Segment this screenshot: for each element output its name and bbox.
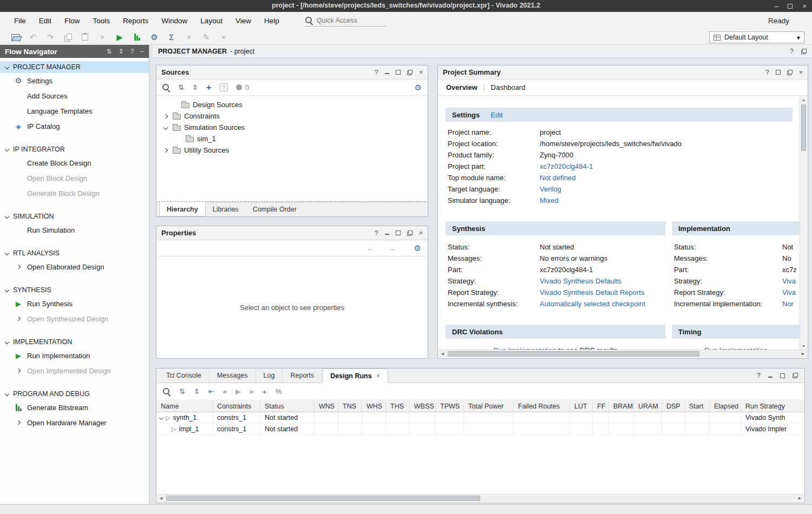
collapse-all-icon[interactable]: ⇅ <box>178 83 184 91</box>
minimize-icon[interactable] <box>768 374 772 378</box>
col-bram[interactable]: BRAM <box>609 401 634 412</box>
float-icon[interactable] <box>407 70 412 75</box>
fn-item-create-block-design[interactable]: Create Block Design <box>0 155 149 170</box>
launch-runs-icon[interactable]: ▶ <box>235 387 241 396</box>
help-icon[interactable]: ? <box>375 229 378 237</box>
discard-icon[interactable]: × <box>215 31 232 44</box>
tab-tcl-console[interactable]: Tcl Console <box>159 368 209 383</box>
quick-access-search[interactable] <box>304 15 387 27</box>
scroll-left-button[interactable]: ◀ <box>157 495 165 502</box>
help-icon[interactable]: ? <box>757 372 761 379</box>
fn-section-synthesis[interactable]: SYNTHESIS <box>0 284 149 296</box>
col-ths[interactable]: THS <box>386 401 410 412</box>
vertical-scrollbar[interactable]: ▲ ▼ <box>800 96 807 350</box>
fn-section-rtl-analysis[interactable]: RTL ANALYSIS <box>0 247 149 259</box>
fn-item-settings[interactable]: ⚙ Settings <box>0 73 149 88</box>
chevron-down-icon[interactable] <box>163 125 168 129</box>
fn-item-open-synthesized-design[interactable]: Open Synthesized Design <box>0 311 149 326</box>
tab-compile-order[interactable]: Compile Order <box>246 202 304 216</box>
maximize-icon[interactable] <box>776 70 781 75</box>
create-run-icon[interactable]: + <box>262 387 267 396</box>
search-icon[interactable] <box>162 84 170 91</box>
close-icon[interactable]: × <box>419 69 423 76</box>
fn-item-ip-catalog[interactable]: ◈ IP Catalog <box>0 118 149 134</box>
add-sources-icon[interactable]: + <box>206 82 212 93</box>
reset-runs-icon[interactable]: ⇤ <box>208 387 214 396</box>
help-icon[interactable]: ? <box>765 69 769 76</box>
menu-layout[interactable]: Layout <box>194 17 229 25</box>
menu-tools[interactable]: Tools <box>87 17 117 25</box>
close-window-icon[interactable]: × <box>802 2 807 10</box>
row-value-link[interactable]: Viva <box>782 288 796 296</box>
menu-flow[interactable]: Flow <box>58 17 87 25</box>
fn-item-add-sources[interactable]: Add Sources <box>0 88 149 103</box>
tab-hierarchy[interactable]: Hierarchy <box>159 202 206 216</box>
col-whs[interactable]: WHS <box>362 401 386 412</box>
expand-all-icon[interactable]: ⇕ <box>192 83 198 91</box>
menu-window[interactable]: Window <box>155 17 194 25</box>
collapse-all-icon[interactable]: ⇅ <box>179 387 185 396</box>
scrollbar-thumb[interactable] <box>166 496 480 501</box>
report-sigma-icon[interactable]: Σ <box>163 31 180 44</box>
expander-icon[interactable] <box>159 416 163 420</box>
scrollbar-thumb[interactable] <box>801 104 806 151</box>
float-icon[interactable] <box>801 49 807 54</box>
row-value-link[interactable]: Automatically selected checkpoint <box>540 300 645 308</box>
maximize-icon[interactable] <box>396 70 401 75</box>
fn-minimize-icon[interactable]: – <box>140 48 144 55</box>
col-failed-routes[interactable]: Failed Routes <box>514 401 570 412</box>
tree-item-sim-1[interactable]: sim_1 <box>156 133 428 144</box>
float-icon[interactable] <box>793 373 798 378</box>
cancel-icon[interactable]: × <box>181 31 197 44</box>
chevron-right-icon[interactable] <box>163 114 168 118</box>
menu-view[interactable]: View <box>229 17 258 25</box>
tree-item-design-sources[interactable]: Design Sources <box>156 99 428 110</box>
minimize-icon[interactable] <box>385 231 389 235</box>
scroll-right-button[interactable]: ▶ <box>796 495 804 502</box>
float-icon[interactable] <box>407 230 412 236</box>
pencil-icon[interactable]: ✎ <box>198 31 214 44</box>
fn-collapse-all-icon[interactable]: ⇅ <box>107 48 112 55</box>
col-constraints[interactable]: Constraints <box>213 401 260 412</box>
col-total-power[interactable]: Total Power <box>464 401 514 412</box>
delete-icon[interactable]: × <box>94 31 110 44</box>
tab-dashboard[interactable]: Dashboard <box>491 83 526 91</box>
gear-icon[interactable]: ⚙ <box>414 243 421 253</box>
settings-gear-icon[interactable]: ⚙ <box>146 31 162 44</box>
fn-section-simulation[interactable]: SIMULATION <box>0 210 149 222</box>
fn-section-ip-integrator[interactable]: IP INTEGRATOR <box>0 143 149 155</box>
horizontal-scrollbar[interactable]: ◀ ▶ <box>438 350 807 358</box>
fn-item-open-block-design[interactable]: Open Block Design <box>0 170 149 186</box>
menu-help[interactable]: Help <box>258 17 286 25</box>
horizontal-scrollbar[interactable]: ◀ ▶ <box>157 494 804 502</box>
nav-back-icon[interactable]: ← <box>366 243 375 253</box>
menu-edit[interactable]: Edit <box>32 17 58 25</box>
fn-help-icon[interactable]: ? <box>130 48 134 55</box>
col-wbss[interactable]: WBSS <box>410 401 436 412</box>
menu-file[interactable]: File <box>8 17 32 25</box>
row-value-link[interactable]: Not defined <box>540 174 576 182</box>
fn-section-program-and-debug[interactable]: PROGRAM AND DEBUG <box>0 388 149 400</box>
close-tab-icon[interactable]: × <box>376 372 380 380</box>
chevron-right-icon[interactable] <box>163 148 168 152</box>
step-back-icon[interactable]: « <box>223 387 227 396</box>
help-box-icon[interactable]: ? <box>220 83 228 91</box>
col-uram[interactable]: URAM <box>634 401 662 412</box>
col-ff[interactable]: FF <box>593 401 609 412</box>
fn-item-run-synthesis[interactable]: ▶ Run Synthesis <box>0 296 149 311</box>
fn-section-implementation[interactable]: IMPLEMENTATION <box>0 336 149 348</box>
fn-item-run-simulation[interactable]: Run Simulation <box>0 222 149 238</box>
minimize-window-icon[interactable]: – <box>774 2 778 10</box>
scroll-up-button[interactable]: ▲ <box>800 96 807 103</box>
fn-item-generate-bitstream[interactable]: Generate Bitstream <box>0 400 149 415</box>
fn-expand-all-icon[interactable]: ⇕ <box>119 48 124 55</box>
fn-item-run-implementation[interactable]: ▶ Run Implementation <box>0 348 149 363</box>
quick-access-input[interactable] <box>317 17 376 24</box>
scroll-right-button[interactable]: ▶ <box>799 350 807 358</box>
col-lut[interactable]: LUT <box>570 401 593 412</box>
open-project-icon[interactable] <box>8 31 24 44</box>
maximize-icon[interactable] <box>780 373 785 378</box>
maximize-window-icon[interactable] <box>788 4 793 9</box>
col-tns[interactable]: TNS <box>338 401 362 412</box>
col-status[interactable]: Status <box>260 401 315 412</box>
